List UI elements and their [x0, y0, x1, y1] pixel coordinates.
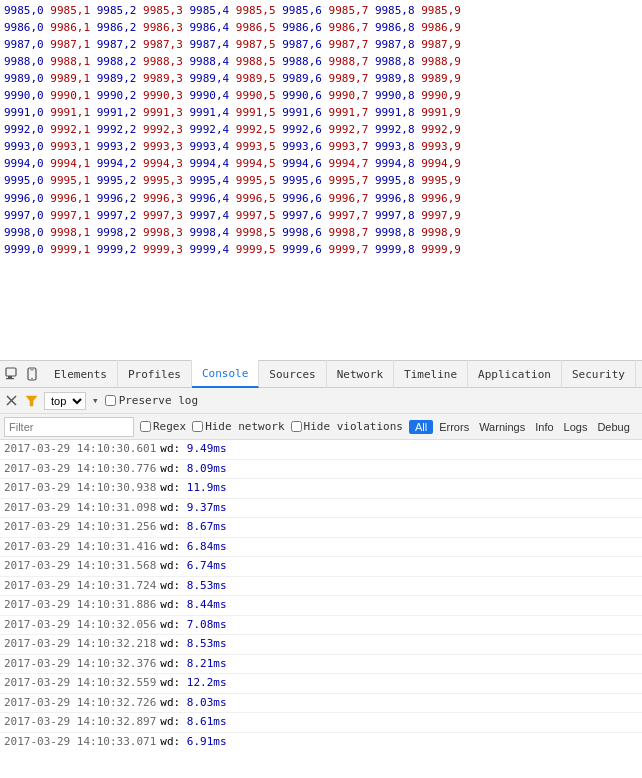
log-wd-label: wd: — [160, 462, 187, 475]
inspect-icon[interactable] — [4, 366, 20, 382]
devtools-toolbar: ElementsProfilesConsoleSourcesNetworkTim… — [0, 360, 642, 388]
log-entry: 2017-03-29 14:10:32.218wd: 8.53ms — [0, 635, 642, 655]
log-timestamp: 2017-03-29 14:10:32.726 — [4, 695, 156, 712]
level-errors-button[interactable]: Errors — [435, 420, 473, 434]
log-wd-value: 6.91ms — [187, 735, 227, 748]
level-debug-button[interactable]: Debug — [593, 420, 633, 434]
log-text: wd: 8.44ms — [160, 597, 226, 614]
log-timestamp: 2017-03-29 14:10:31.568 — [4, 558, 156, 575]
log-wd-label: wd: — [160, 559, 187, 572]
log-wd-label: wd: — [160, 696, 187, 709]
log-text: wd: 9.37ms — [160, 500, 226, 517]
log-wd-label: wd: — [160, 520, 187, 533]
log-entry: 2017-03-29 14:10:31.568wd: 6.74ms — [0, 557, 642, 577]
log-text: wd: 8.09ms — [160, 461, 226, 478]
log-entry: 2017-03-29 14:10:32.559wd: 12.2ms — [0, 674, 642, 694]
log-entry: 2017-03-29 14:10:33.071wd: 6.91ms — [0, 733, 642, 751]
log-wd-value: 9.49ms — [187, 442, 227, 455]
devtools-tab-security[interactable]: Security — [562, 360, 636, 388]
log-entry: 2017-03-29 14:10:30.776wd: 8.09ms — [0, 460, 642, 480]
log-timestamp: 2017-03-29 14:10:33.071 — [4, 734, 156, 751]
devtools-icons — [0, 366, 44, 382]
log-wd-value: 11.9ms — [187, 481, 227, 494]
hide-violations-checkbox[interactable] — [291, 421, 302, 432]
level-warnings-button[interactable]: Warnings — [475, 420, 529, 434]
mobile-icon[interactable] — [24, 366, 40, 382]
content-line: 9989,0 9989,1 9989,2 9989,3 9989,4 9989,… — [4, 70, 638, 87]
filter-input[interactable] — [4, 417, 134, 437]
content-line: 9990,0 9990,1 9990,2 9990,3 9990,4 9990,… — [4, 87, 638, 104]
devtools-tab-elements[interactable]: Elements — [44, 360, 118, 388]
devtools-tab-network[interactable]: Network — [327, 360, 394, 388]
content-line: 9991,0 9991,1 9991,2 9991,3 9991,4 9991,… — [4, 104, 638, 121]
log-wd-label: wd: — [160, 715, 187, 728]
log-entry: 2017-03-29 14:10:32.376wd: 8.21ms — [0, 655, 642, 675]
log-wd-label: wd: — [160, 618, 187, 631]
svg-rect-1 — [8, 376, 12, 378]
log-wd-label: wd: — [160, 481, 187, 494]
log-wd-label: wd: — [160, 442, 187, 455]
level-all-button[interactable]: All — [409, 420, 433, 434]
log-timestamp: 2017-03-29 14:10:31.416 — [4, 539, 156, 556]
log-entry: 2017-03-29 14:10:32.726wd: 8.03ms — [0, 694, 642, 714]
log-wd-value: 12.2ms — [187, 676, 227, 689]
log-text: wd: 11.9ms — [160, 480, 226, 497]
log-timestamp: 2017-03-29 14:10:32.056 — [4, 617, 156, 634]
log-entry: 2017-03-29 14:10:31.416wd: 6.84ms — [0, 538, 642, 558]
devtools-tab-audits[interactable]: Audits — [636, 360, 642, 388]
filter-icon[interactable] — [24, 394, 38, 408]
log-wd-value: 8.21ms — [187, 657, 227, 670]
log-entry: 2017-03-29 14:10:30.938wd: 11.9ms — [0, 479, 642, 499]
devtools-tab-timeline[interactable]: Timeline — [394, 360, 468, 388]
svg-marker-8 — [26, 396, 37, 406]
devtools-tab-sources[interactable]: Sources — [259, 360, 326, 388]
log-wd-value: 8.03ms — [187, 696, 227, 709]
log-timestamp: 2017-03-29 14:10:31.724 — [4, 578, 156, 595]
preserve-log-label: Preserve log — [119, 394, 198, 407]
preserve-log-checkbox[interactable] — [105, 395, 116, 406]
svg-rect-5 — [30, 370, 34, 371]
log-timestamp: 2017-03-29 14:10:32.376 — [4, 656, 156, 673]
console-level-select[interactable]: top — [44, 392, 86, 410]
log-text: wd: 6.91ms — [160, 734, 226, 751]
log-text: wd: 12.2ms — [160, 675, 226, 692]
clear-console-icon[interactable] — [4, 394, 18, 408]
log-timestamp: 2017-03-29 14:10:32.897 — [4, 714, 156, 731]
log-wd-value: 9.37ms — [187, 501, 227, 514]
log-timestamp: 2017-03-29 14:10:30.938 — [4, 480, 156, 497]
log-text: wd: 8.61ms — [160, 714, 226, 731]
content-line: 9997,0 9997,1 9997,2 9997,3 9997,4 9997,… — [4, 207, 638, 224]
svg-rect-0 — [6, 368, 16, 376]
log-entry: 2017-03-29 14:10:31.098wd: 9.37ms — [0, 499, 642, 519]
regex-label: Regex — [140, 420, 186, 433]
devtools-tab-profiles[interactable]: Profiles — [118, 360, 192, 388]
console-log[interactable]: 2017-03-29 14:10:30.601wd: 9.49ms2017-03… — [0, 440, 642, 750]
log-timestamp: 2017-03-29 14:10:30.776 — [4, 461, 156, 478]
log-wd-label: wd: — [160, 540, 187, 553]
hide-network-checkbox[interactable] — [192, 421, 203, 432]
log-entry: 2017-03-29 14:10:32.056wd: 7.08ms — [0, 616, 642, 636]
hide-violations-label: Hide violations — [291, 420, 403, 433]
log-entry: 2017-03-29 14:10:31.724wd: 8.53ms — [0, 577, 642, 597]
svg-rect-2 — [6, 378, 14, 379]
preserve-log-container: Preserve log — [105, 394, 198, 407]
devtools-tab-application[interactable]: Application — [468, 360, 562, 388]
log-wd-value: 8.44ms — [187, 598, 227, 611]
page-content-area: 9985,0 9985,1 9985,2 9985,3 9985,4 9985,… — [0, 0, 642, 360]
level-logs-button[interactable]: Logs — [560, 420, 592, 434]
log-wd-value: 8.09ms — [187, 462, 227, 475]
content-line: 9998,0 9998,1 9998,2 9998,3 9998,4 9998,… — [4, 224, 638, 241]
level-info-button[interactable]: Info — [531, 420, 557, 434]
log-text: wd: 6.74ms — [160, 558, 226, 575]
log-timestamp: 2017-03-29 14:10:31.886 — [4, 597, 156, 614]
svg-point-4 — [31, 378, 32, 379]
content-line: 9999,0 9999,1 9999,2 9999,3 9999,4 9999,… — [4, 241, 638, 258]
filter-row: Regex Hide network Hide violations AllEr… — [0, 414, 642, 440]
log-timestamp: 2017-03-29 14:10:30.601 — [4, 441, 156, 458]
log-text: wd: 8.67ms — [160, 519, 226, 536]
log-text: wd: 8.53ms — [160, 578, 226, 595]
level-arrow: ▾ — [92, 394, 99, 407]
log-wd-label: wd: — [160, 598, 187, 611]
devtools-tab-console[interactable]: Console — [192, 360, 259, 388]
regex-checkbox[interactable] — [140, 421, 151, 432]
